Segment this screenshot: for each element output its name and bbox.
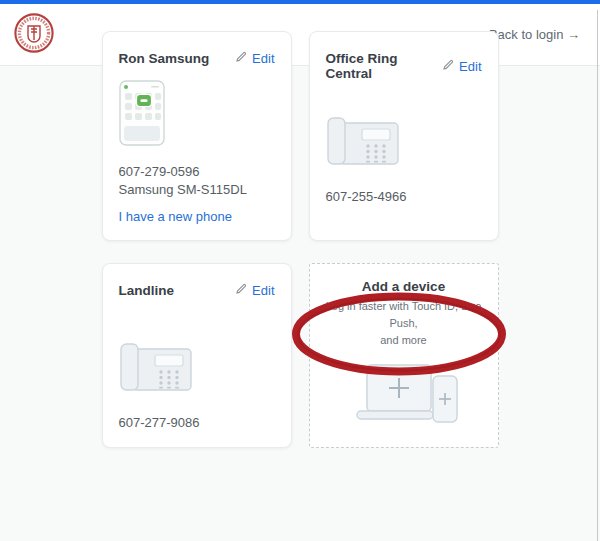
device-details: 607-255-4966: [326, 188, 482, 206]
add-device-subtitle: Log in faster with Touch ID, Duo Push, a…: [320, 298, 488, 349]
back-to-login-link[interactable]: Back to login →: [489, 27, 580, 42]
edit-device-link[interactable]: Edit: [235, 51, 274, 66]
device-card-ron-samsung: Ron Samsung Edit: [102, 31, 292, 241]
device-name: Office Ring Central: [326, 51, 443, 81]
device-details: 607-277-9086: [119, 414, 275, 432]
new-phone-link[interactable]: I have a new phone: [119, 209, 232, 224]
device-card-landline: Landline Edit: [102, 263, 292, 448]
edit-device-link[interactable]: Edit: [235, 283, 274, 298]
card-header: Landline Edit: [119, 283, 275, 298]
pencil-icon: [235, 283, 247, 298]
device-phone-number: 607-279-0596: [119, 163, 275, 181]
desk-phone-icon: [326, 114, 482, 172]
device-phone-number: 607-255-4966: [326, 188, 482, 206]
device-details: 607-279-0596 Samsung SM-S115DL: [119, 163, 275, 200]
smartphone-icon: [119, 80, 275, 150]
edit-label: Edit: [459, 59, 481, 74]
add-device-card[interactable]: Add a device Log in faster with Touch ID…: [309, 263, 499, 448]
card-header: Ron Samsung Edit: [119, 51, 275, 66]
device-phone-number: 607-277-9086: [119, 414, 275, 432]
laptop-and-phone-icon: [320, 362, 488, 430]
edit-device-link[interactable]: Edit: [442, 59, 481, 74]
desk-phone-icon: [119, 340, 275, 398]
pencil-icon: [235, 51, 247, 66]
edit-label: Edit: [252, 51, 274, 66]
university-seal-logo: [14, 13, 54, 57]
edit-label: Edit: [252, 283, 274, 298]
device-management-page: Back to login → Ron Samsung Edit: [0, 0, 600, 541]
device-name: Landline: [119, 283, 175, 298]
device-name: Ron Samsung: [119, 51, 210, 66]
device-cards-grid: Ron Samsung Edit: [102, 31, 499, 448]
device-card-office-ring-central: Office Ring Central Edit: [309, 31, 499, 241]
add-device-subtitle-line-1: Log in faster with Touch ID, Duo Push,: [320, 298, 488, 332]
add-device-subtitle-line-2: and more: [320, 332, 488, 349]
window-edge: [597, 10, 598, 541]
card-header: Office Ring Central Edit: [326, 51, 482, 81]
add-device-title: Add a device: [320, 279, 488, 294]
device-model: Samsung SM-S115DL: [119, 181, 275, 199]
pencil-icon: [442, 59, 454, 74]
